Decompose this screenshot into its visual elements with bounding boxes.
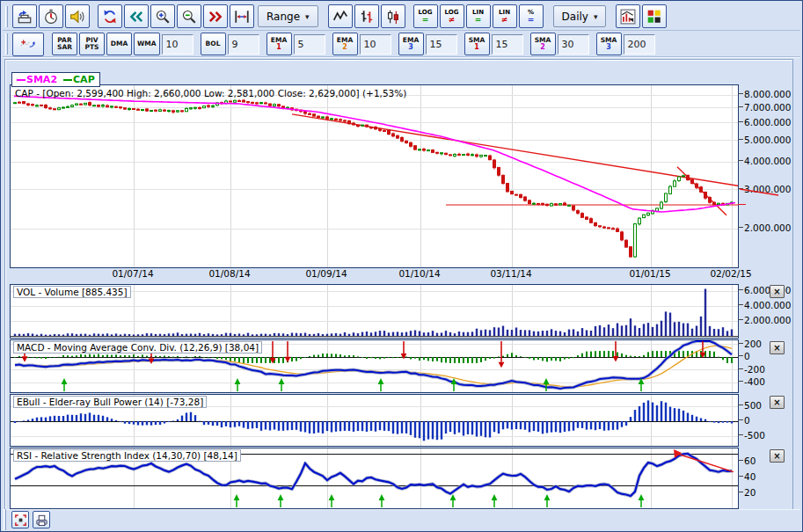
sma1-button[interactable]: SMA1 (464, 33, 490, 55)
legend-label-sma2: SMA2 (26, 74, 57, 85)
period-dropdown[interactable]: Daily▾ (553, 5, 607, 27)
fit-width-icon (234, 9, 250, 25)
scroll-right-button[interactable] (203, 4, 228, 28)
main-axis-label: 4.000.000 (744, 156, 791, 166)
sma1-button-index: 1 (474, 44, 479, 51)
date-axis-label: 01/01/15 (629, 268, 670, 279)
fit-width-button[interactable] (230, 4, 254, 28)
toolbar-grip (4, 509, 6, 530)
lin-fixed-button[interactable]: LIN= (466, 4, 491, 28)
main-toolbar: Range▾LOG=LOG≠LIN=LIN≠%=Daily▾ (3, 3, 800, 31)
dma-button[interactable]: DMA (106, 33, 132, 55)
sma2-button[interactable]: SMA2 (530, 33, 556, 55)
sma1-value-field[interactable]: 15 (492, 34, 523, 55)
close-rsi-panel-button[interactable]: × (770, 449, 785, 463)
ema2-value-field[interactable]: 10 (360, 34, 391, 55)
zoom-in-icon (155, 9, 171, 25)
sma3-button-index: 3 (606, 44, 611, 51)
stopwatch-icon (43, 9, 59, 25)
ema1-button[interactable]: EMA1 (266, 33, 292, 55)
log-fixed-button[interactable]: LOG= (413, 4, 438, 28)
ema1-value-field[interactable]: 5 (294, 34, 325, 55)
ema3-button[interactable]: EMA3 (398, 33, 424, 55)
ohlc-chart-button[interactable] (354, 4, 379, 28)
log-free-button[interactable]: LOG≠ (440, 4, 464, 28)
candlestick-icon (385, 9, 401, 25)
parsar-button[interactable]: PARSAR (52, 33, 77, 55)
palette-icon (646, 9, 662, 25)
stopwatch-button[interactable] (39, 4, 63, 28)
wma-value-field[interactable]: 10 (162, 34, 193, 55)
close-ebull-panel-button[interactable]: × (770, 396, 785, 409)
zoom-in-button[interactable] (150, 4, 175, 28)
line-chart-button[interactable] (328, 4, 353, 28)
indicator-dialog-button[interactable] (616, 4, 640, 28)
add-study-button[interactable] (12, 33, 44, 56)
close-volume-panel-button[interactable]: × (770, 285, 785, 298)
sma2-value-field[interactable]: 30 (558, 34, 589, 55)
toolbar-separator (91, 16, 97, 17)
range-dropdown-label: Range (266, 11, 300, 23)
speaker-icon (69, 9, 85, 25)
ohlc-quote-line: CAP - [Open: 2,599,400 High: 2,660,000 L… (15, 88, 406, 98)
zoom-out-button[interactable] (177, 4, 201, 28)
wma-button-label: WMA (137, 40, 157, 47)
print-button[interactable] (12, 4, 37, 28)
lin-fixed-button-symbol: = (475, 16, 482, 24)
parsar-button-label: SAR (57, 44, 72, 51)
percent-button-glyph: %= (528, 9, 535, 24)
volume-panel-title: VOL - Volume [885.435] (13, 286, 131, 298)
bol-value-field[interactable]: 9 (228, 34, 259, 55)
print-chart-button[interactable] (33, 511, 50, 528)
candlestick-chart-button[interactable] (381, 4, 405, 28)
bol-button[interactable]: BOL (201, 33, 226, 55)
ebull-axis-label: -500 (744, 430, 765, 441)
colors-button[interactable] (642, 4, 667, 28)
percent-button[interactable]: %= (519, 4, 544, 28)
date-axis-label: 01/10/14 (398, 268, 440, 279)
refresh-button[interactable] (98, 4, 122, 28)
charting-app-window: Range▾LOG=LOG≠LIN=LIN≠%=Daily▾ PARSARPIV… (0, 0, 803, 532)
scroll-left-button[interactable] (124, 4, 149, 28)
bottom-toolbar (3, 509, 800, 529)
toolbar-separator (45, 44, 51, 45)
ema2-button-index: 2 (342, 44, 347, 51)
ebull-axis-label: 500 (744, 400, 762, 411)
ema1-button-index: 1 (276, 44, 281, 51)
ema3-value-field[interactable]: 15 (426, 34, 457, 55)
pivpts-button[interactable]: PIVPTS (79, 33, 105, 55)
main-chart-plot[interactable] (10, 84, 739, 268)
toolbar-separator (609, 16, 615, 17)
fullscreen-button[interactable] (11, 511, 29, 528)
chevron-down-icon: ▾ (594, 12, 598, 21)
lin-free-button-glyph: LIN≠ (499, 9, 510, 24)
log-free-button-symbol: ≠ (449, 16, 456, 24)
toolbar-grip (5, 33, 8, 55)
rsi-axis-label: 40 (744, 471, 756, 482)
lin-free-button[interactable]: LIN≠ (493, 4, 517, 28)
sma3-button[interactable]: SMA3 (596, 33, 622, 55)
sma3-value-field[interactable]: 200 (624, 34, 655, 55)
chevrons-left-icon (128, 9, 144, 25)
sma2-line-swatch (17, 79, 26, 81)
macd-axis-label: 0 (744, 351, 750, 361)
print-icon (17, 9, 33, 25)
trendline-extension (740, 185, 780, 195)
toolbar-separator (544, 16, 551, 17)
mini-chart-icon (620, 9, 636, 25)
close-macd-panel-button[interactable]: × (770, 341, 785, 354)
indicator-toolbar: PARSARPIVPTSDMAWMA10BOL9EMA15EMA210EMA31… (3, 32, 800, 57)
chevron-down-icon: ▾ (305, 12, 310, 21)
bol-button-label: BOL (206, 40, 221, 47)
main-axis-label: 5.000.000 (744, 135, 791, 145)
ohlc-icon (359, 9, 375, 25)
line-chart-icon (332, 9, 348, 25)
range-dropdown[interactable]: Range▾ (258, 5, 318, 27)
rsi-axis-label: 60 (744, 455, 756, 466)
wma-button[interactable]: WMA (134, 33, 160, 55)
legend-item-sma2: SMA2 (17, 74, 57, 85)
ema2-button[interactable]: EMA2 (332, 33, 358, 55)
sound-button[interactable] (65, 4, 90, 28)
date-axis-label: 03/11/14 (490, 268, 531, 279)
date-axis-label: 01/07/14 (112, 268, 153, 279)
